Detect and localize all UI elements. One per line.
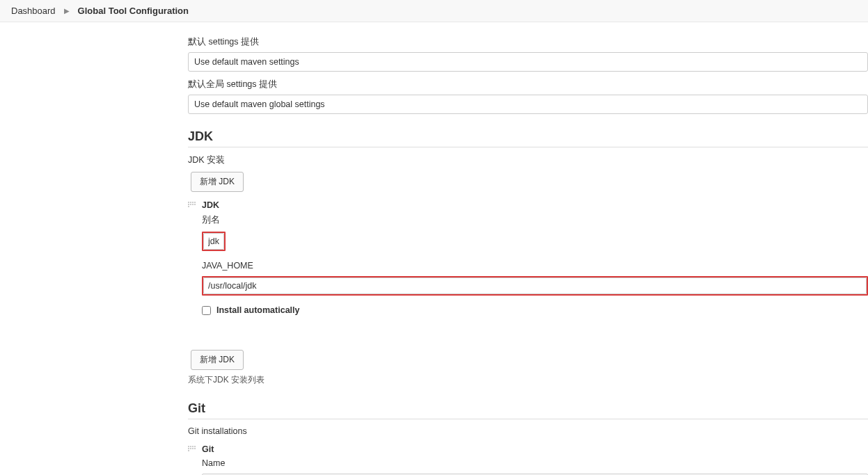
java-home-label: JAVA_HOME — [202, 261, 868, 271]
maven-default-settings-label: 默认 settings 提供 — [188, 36, 868, 48]
maven-global-settings-select[interactable]: Use default maven global settings — [188, 95, 868, 114]
main-content: 默认 settings 提供 Use default maven setting… — [188, 22, 868, 475]
maven-global-settings-value: Use default maven global settings — [194, 99, 325, 109]
breadcrumb-root[interactable]: Dashboard — [11, 6, 56, 16]
chevron-right-icon: ▶ — [64, 7, 70, 15]
jdk-alias-input[interactable] — [203, 233, 224, 250]
maven-default-settings-value: Use default maven settings — [194, 57, 299, 67]
drag-handle-icon[interactable] — [188, 202, 196, 211]
add-jdk-button[interactable]: 新增 JDK — [191, 172, 244, 192]
jdk-install-label: JDK 安装 — [188, 154, 868, 166]
git-installations-label: Git installations — [188, 426, 868, 436]
jdk-alias-label: 别名 — [202, 214, 868, 226]
maven-global-settings-label: 默认全局 settings 提供 — [188, 79, 868, 90]
jdk-list-hint: 系统下JDK 安装列表 — [188, 374, 868, 386]
install-auto-label: Install automatically — [216, 305, 299, 315]
breadcrumb-current[interactable]: Global Tool Configuration — [78, 6, 189, 16]
install-auto-checkbox[interactable] — [202, 306, 211, 315]
drag-handle-icon[interactable] — [188, 446, 196, 456]
jdk-entry-title: JDK — [202, 200, 219, 210]
git-heading: Git — [188, 401, 868, 419]
git-name-label: Name — [202, 458, 868, 468]
java-home-highlight — [202, 276, 868, 296]
breadcrumb: Dashboard ▶ Global Tool Configuration — [0, 0, 868, 22]
maven-default-settings-select[interactable]: Use default maven settings — [188, 52, 868, 72]
java-home-input[interactable] — [203, 277, 867, 294]
git-entry-title: Git — [202, 444, 214, 454]
add-jdk-button-2[interactable]: 新增 JDK — [191, 350, 244, 370]
jdk-alias-highlight — [202, 232, 226, 251]
jdk-heading: JDK — [188, 129, 868, 147]
